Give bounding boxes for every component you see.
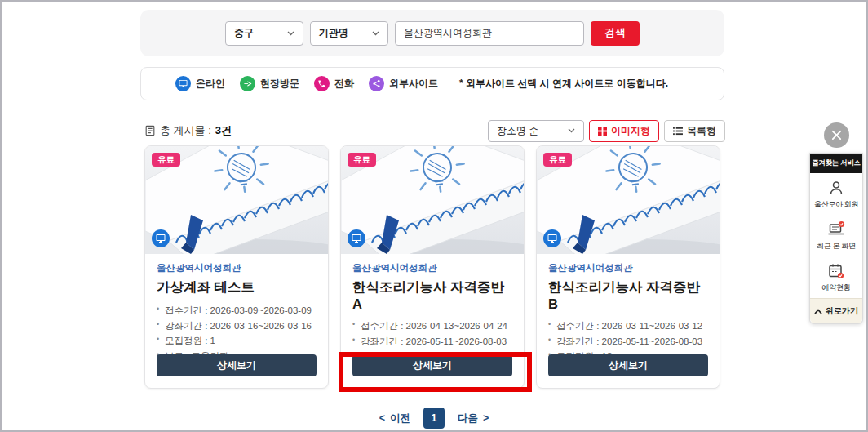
course-list-page: 중구 기관명 검색 온라인 현장방문 전화 xyxy=(0,0,868,432)
search-button[interactable]: 검색 xyxy=(591,21,640,46)
arrow-icon xyxy=(240,76,255,91)
legend-note: * 외부사이트 선택 시 연계 사이트로 이동합니다. xyxy=(459,77,668,91)
phone-icon xyxy=(314,76,330,91)
detail-course-period: 강좌기간 : 2026-03-16~2026-03-16 xyxy=(157,318,317,334)
list-icon xyxy=(673,127,683,136)
quickmenu-panel: 즐겨찾는 서비스 울산모아 회원 최근 본 화면 xyxy=(809,153,863,324)
next-label: 다음 xyxy=(458,412,478,425)
course-thumbnail: 유료 xyxy=(341,146,524,254)
laptop-check-icon xyxy=(826,220,846,238)
detail-apply-period: 접수기간 : 2026-03-11~2026-03-12 xyxy=(548,318,708,334)
total-count: 총 게시물 : 3건 xyxy=(144,123,232,138)
calendar-check-icon xyxy=(826,262,846,280)
course-card-1[interactable]: 유료 울산광역시여성회관 가상계좌 테스트 접수기간 : 2026-03-09~… xyxy=(144,145,329,389)
chevron-down-icon xyxy=(372,31,379,36)
view-list-button[interactable]: 목록형 xyxy=(664,120,725,142)
prev-page-button[interactable]: < 이전 xyxy=(379,412,410,425)
detail-apply-period: 접수기간 : 2026-04-13~2026-04-24 xyxy=(352,318,512,334)
search-input[interactable] xyxy=(395,21,584,46)
detail-view-button[interactable]: 상세보기 xyxy=(352,354,512,376)
document-icon xyxy=(144,125,156,136)
legend-online: 온라인 xyxy=(175,76,225,91)
paid-badge: 유료 xyxy=(152,153,180,167)
course-card-2[interactable]: 유료 울산광역시여성회관 한식조리기능사 자격증반A 접수기간 : 2026-0… xyxy=(340,145,525,389)
pagination: < 이전 1 다음 > xyxy=(2,408,866,429)
quickmenu-member-label: 울산모아 회원 xyxy=(814,199,858,210)
monitor-icon xyxy=(175,76,191,91)
field-select-value: 기관명 xyxy=(319,26,348,40)
online-type-icon xyxy=(152,229,170,247)
legend-online-label: 온라인 xyxy=(196,77,225,91)
sort-select-value: 장소명 순 xyxy=(497,124,538,138)
detail-view-button[interactable]: 상세보기 xyxy=(548,354,708,376)
detail-apply-period: 접수기간 : 2026-03-09~2026-03-09 xyxy=(157,303,317,318)
online-type-icon xyxy=(348,229,365,247)
legend-phone: 전화 xyxy=(314,76,354,91)
search-bar: 중구 기관명 검색 xyxy=(140,10,724,56)
field-select[interactable]: 기관명 xyxy=(310,21,388,46)
online-type-icon xyxy=(543,229,561,247)
person-icon xyxy=(826,179,846,197)
sort-select[interactable]: 장소명 순 xyxy=(488,120,584,142)
prev-label: 이전 xyxy=(390,412,410,425)
paid-badge: 유료 xyxy=(543,153,572,167)
close-quickmenu-button[interactable] xyxy=(824,122,849,148)
legend-phone-label: 전화 xyxy=(334,77,354,91)
view-list-label: 목록형 xyxy=(687,124,716,138)
quickmenu-header: 즐겨찾는 서비스 xyxy=(810,154,862,173)
list-header: 총 게시물 : 3건 장소명 순 이미지형 목록형 xyxy=(144,119,725,142)
view-image-button[interactable]: 이미지형 xyxy=(589,120,659,142)
course-card-list: 유료 울산광역시여성회관 가상계좌 테스트 접수기간 : 2026-03-09~… xyxy=(144,145,720,389)
go-top-label: 위로가기 xyxy=(826,305,858,317)
chevron-down-icon xyxy=(287,31,294,36)
organization-name: 울산광역시여성회관 xyxy=(548,262,708,274)
course-card-body: 울산광역시여성회관 가상계좌 테스트 접수기간 : 2026-03-09~202… xyxy=(145,254,328,364)
detail-course-period: 강좌기간 : 2026-05-11~2026-08-03 xyxy=(548,334,708,350)
region-select-value: 중구 xyxy=(234,26,254,40)
legend-visit-label: 현장방문 xyxy=(260,77,299,91)
course-title: 가상계좌 테스트 xyxy=(157,278,317,296)
course-card-3[interactable]: 유료 울산광역시여성회관 한식조리기능사 자격증반B 접수기간 : 2026-0… xyxy=(536,145,720,389)
close-icon xyxy=(831,130,842,140)
legend-external: 외부사이트 xyxy=(369,76,438,91)
course-thumbnail: 유료 xyxy=(145,146,328,254)
detail-course-period: 강좌기간 : 2026-05-11~2026-08-03 xyxy=(352,334,512,350)
view-image-label: 이미지형 xyxy=(611,124,650,138)
quickmenu-member[interactable]: 울산모아 회원 xyxy=(810,173,862,215)
share-icon xyxy=(369,76,384,91)
organization-name: 울산광역시여성회관 xyxy=(157,262,317,274)
legend-bar: 온라인 현장방문 전화 외부사이트 * 외부사이트 선택 시 연계 사이트로 이… xyxy=(140,67,724,100)
course-thumbnail: 유료 xyxy=(537,146,720,254)
course-title: 한식조리기능사 자격증반B xyxy=(548,278,708,312)
quickmenu-recent-label: 최근 본 화면 xyxy=(817,241,856,252)
go-top-button[interactable]: 위로가기 xyxy=(810,298,862,323)
organization-name: 울산광역시여성회관 xyxy=(352,262,512,274)
next-arrow: > xyxy=(483,412,489,424)
chevron-up-icon xyxy=(814,309,822,314)
prev-arrow: < xyxy=(379,412,385,424)
course-title: 한식조리기능사 자격증반A xyxy=(352,278,512,312)
paid-badge: 유료 xyxy=(348,153,376,167)
view-controls: 장소명 순 이미지형 목록형 xyxy=(488,120,725,142)
region-select[interactable]: 중구 xyxy=(225,21,303,46)
quickmenu-recent[interactable]: 최근 본 화면 xyxy=(810,215,862,256)
quickmenu-reservation[interactable]: 예약현황 xyxy=(810,256,862,298)
chevron-down-icon xyxy=(568,128,575,133)
quickmenu-reservation-label: 예약현황 xyxy=(822,283,851,293)
page-number-1[interactable]: 1 xyxy=(423,408,445,429)
detail-capacity: 모집정원 : 1 xyxy=(157,333,317,349)
legend-visit: 현장방문 xyxy=(240,76,299,91)
detail-view-button[interactable]: 상세보기 xyxy=(157,354,317,376)
next-page-button[interactable]: 다음 > xyxy=(458,412,489,425)
grid-icon xyxy=(598,127,607,136)
total-count-value: 3건 xyxy=(215,123,232,138)
total-count-label: 총 게시물 : xyxy=(160,123,211,138)
legend-external-label: 외부사이트 xyxy=(389,77,438,91)
